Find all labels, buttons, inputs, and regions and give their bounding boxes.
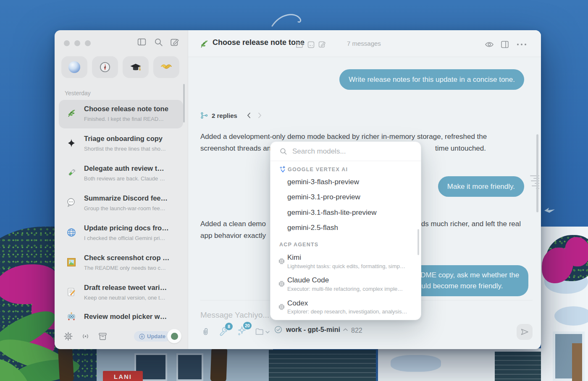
model-search-input[interactable]: Search models...	[292, 147, 346, 156]
model-selector[interactable]: work - gpt-5-mini	[274, 326, 348, 334]
agent-option-claude-code[interactable]: Claude Code	[287, 276, 329, 284]
archive-icon[interactable]	[98, 331, 108, 341]
gear-icon[interactable]	[63, 331, 73, 341]
agent-option-kimi[interactable]: Kimi	[287, 253, 301, 262]
sidebar-item-review-model-picker[interactable]: Review model picker w…	[59, 308, 183, 325]
search-icon[interactable]	[154, 37, 163, 47]
chevron-up-icon	[343, 328, 348, 331]
wood-door	[572, 343, 582, 381]
sidebar-item-check-screenshot-crop[interactable]: Check screenshot crop … The README only …	[59, 249, 183, 277]
wrench-badge: 8	[225, 323, 233, 330]
folder-icon[interactable]	[296, 42, 304, 48]
model-search-row[interactable]: Search models...	[270, 142, 421, 161]
attachment-icon[interactable]	[201, 327, 210, 336]
tree-trunk	[58, 346, 74, 381]
model-picker-dropdown: Search models... GOOGLE VERTEX AI gemini…	[270, 141, 421, 320]
update-label: Update	[147, 333, 165, 339]
chalk-menu-board	[495, 352, 541, 381]
chevron-right-icon[interactable]	[258, 112, 262, 118]
section-header-acp-agents: ACP AGENTS	[279, 242, 318, 248]
status-avatar[interactable]	[167, 329, 181, 343]
vertex-ai-icon	[279, 165, 286, 172]
storefront-window	[176, 353, 203, 381]
sidebar-item-triage-onboarding-copy[interactable]: Triage onboarding copy Shortlist the thr…	[59, 130, 183, 158]
sidebar-item-summarize-discord[interactable]: Summarize Discord fee… Group the launch-…	[59, 189, 183, 218]
chevron-down-icon[interactable]	[265, 331, 270, 334]
replies-label: 2 replies	[212, 112, 237, 119]
picker-scrollbar[interactable]	[417, 229, 419, 255]
search-icon	[280, 148, 287, 155]
window-close-button[interactable]	[64, 40, 70, 46]
eye-icon[interactable]	[485, 41, 494, 48]
sign-text: LANI	[114, 373, 132, 380]
test-tube-icon	[66, 168, 76, 178]
model-option-gemini-3-flash-preview[interactable]: gemini-3-flash-preview	[287, 178, 359, 186]
sidebar-item-choose-release-note-tone[interactable]: Choose release note tone Finished. I kep…	[59, 100, 183, 128]
check-circle-icon	[274, 326, 282, 334]
ellipsis-icon[interactable]	[517, 43, 527, 46]
branch-icon	[200, 112, 208, 119]
sidebar-item-delegate-auth-review[interactable]: Delegate auth review t… Both reviews are…	[59, 159, 183, 188]
bougainvillea	[565, 237, 588, 266]
user-message-bubble: Make it more friendly.	[438, 176, 524, 197]
broadcast-icon[interactable]	[81, 331, 90, 341]
send-button[interactable]	[517, 324, 533, 340]
bird-icon	[544, 206, 556, 214]
tree-trunk	[210, 347, 228, 381]
memo-icon	[66, 287, 76, 297]
agent-desc-kimi: Lightweight tasks: quick edits, formatti…	[287, 263, 405, 269]
model-name: work - gpt-5-mini	[286, 326, 340, 334]
framed-picture-icon	[66, 257, 76, 267]
token-count: 822	[351, 327, 362, 334]
user-message-bubble: Write release notes for this update in a…	[339, 69, 524, 90]
sidebar: Yesterday Choose release note tone Finis…	[55, 30, 188, 349]
sidebar-scrollbar[interactable]	[183, 84, 185, 123]
chat-scrollbar[interactable]	[536, 134, 538, 212]
model-option-gemini-2.5-flash[interactable]: gemini-2.5-flash	[287, 224, 338, 232]
screen: LANI	[0, 0, 588, 381]
workspace-button-4[interactable]	[153, 56, 179, 78]
send-plane-icon	[520, 328, 529, 336]
window-zoom-button[interactable]	[85, 40, 91, 46]
speech-balloon-icon	[66, 198, 76, 208]
sparkle-badge: 20	[243, 322, 252, 329]
window-minimize-button[interactable]	[74, 40, 80, 46]
replies-row: 2 replies	[200, 112, 262, 119]
agent-desc-claude-code: Executor: multi-file refactoring, comple…	[287, 286, 403, 292]
split-panel-icon[interactable]	[501, 40, 509, 49]
compass-icon	[99, 61, 111, 73]
chat-header: Choose release note tone 7 messages	[188, 30, 541, 57]
model-option-gemini-3.1-flash-lite-preview[interactable]: gemini-3.1-flash-lite-preview	[287, 209, 377, 217]
update-button[interactable]: Update	[134, 331, 171, 342]
sidebar-item-draft-release-tweet[interactable]: Draft release tweet vari… Keep one neutr…	[59, 279, 183, 307]
agent-option-codex[interactable]: Codex	[287, 299, 308, 308]
terminal-icon[interactable]	[307, 41, 315, 48]
model-option-gemini-3.1-pro-preview[interactable]: gemini-3.1-pro-preview	[287, 193, 360, 201]
agent-desc-codex: Explorer: deep research, investigation, …	[287, 308, 407, 315]
herb-icon	[66, 108, 76, 118]
bird-swirl	[269, 10, 315, 29]
page-title: Choose release note tone	[213, 38, 304, 47]
herb-icon	[199, 39, 209, 49]
compose-icon[interactable]	[170, 37, 179, 47]
four-pointed-star-icon	[66, 138, 76, 148]
download-circle-icon	[139, 334, 145, 339]
sphere-avatar	[68, 61, 80, 73]
chip-icon	[278, 258, 285, 265]
edit-icon[interactable]	[318, 41, 326, 48]
panel-toggle-icon[interactable]	[137, 37, 147, 47]
storefront-sign: LANI	[103, 371, 143, 381]
handshake-icon	[160, 62, 173, 72]
globe-icon	[66, 227, 76, 237]
chip-icon	[278, 280, 285, 287]
chip-icon	[278, 303, 285, 311]
workspace-button-2[interactable]	[92, 56, 118, 78]
folder-select-icon[interactable]	[255, 328, 264, 335]
workspace-button-1[interactable]	[61, 56, 87, 78]
message-input[interactable]: Message Yachiyo...	[200, 311, 269, 320]
sidebar-item-update-pricing-docs[interactable]: Update pricing docs fro… I checked the o…	[59, 219, 183, 248]
workspace-button-3[interactable]	[123, 56, 149, 78]
chalk-menu-board	[269, 350, 376, 381]
graduation-cap-icon	[129, 62, 142, 73]
chevron-left-icon[interactable]	[247, 112, 251, 118]
